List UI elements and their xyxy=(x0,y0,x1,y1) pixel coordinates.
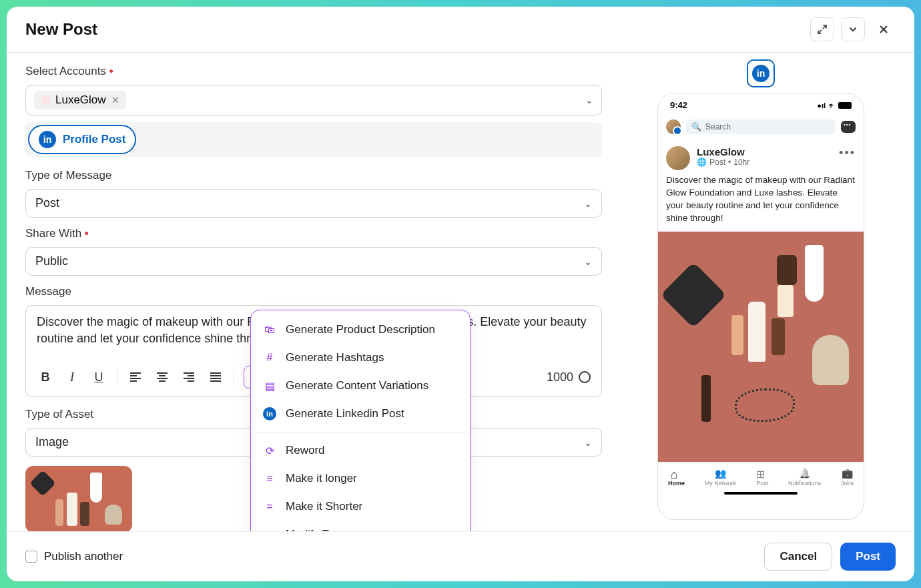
share-with-label: Share With xyxy=(25,227,602,240)
search-input[interactable]: 🔍 Search xyxy=(686,119,836,134)
bold-button[interactable]: B xyxy=(37,368,54,386)
linkedin-icon: in xyxy=(263,407,276,420)
ai-assist-menu: 🛍 Generate Product Description # Generat… xyxy=(250,310,471,531)
chevron-down-icon: ⌄ xyxy=(584,198,592,209)
italic-button[interactable]: I xyxy=(63,368,81,386)
accounts-label: Select Accounts xyxy=(25,65,602,78)
separator xyxy=(234,370,234,384)
close-icon xyxy=(877,23,890,36)
align-justify-button[interactable] xyxy=(207,368,224,386)
status-icons: ●ıl ᯤ xyxy=(817,100,852,110)
accounts-select[interactable]: LuxeGlow ✕ ⌄ xyxy=(25,85,602,115)
linkedin-icon: in xyxy=(39,131,56,148)
chevron-down-icon: ⌄ xyxy=(584,437,592,448)
ai-reword[interactable]: ⟳ Reword xyxy=(251,436,470,465)
post-meta: 🌐 Post • 10hr xyxy=(697,158,749,167)
messages-icon[interactable] xyxy=(841,121,856,133)
cancel-button[interactable]: Cancel xyxy=(764,543,832,571)
chevron-right-icon: › xyxy=(454,529,458,531)
ai-generate-linkedin-post[interactable]: in Generate Linkedin Post xyxy=(251,400,470,428)
preview-panel: in 9:42 ●ıl ᯤ 🔍 xyxy=(621,53,914,531)
post-button[interactable]: Post xyxy=(840,543,896,571)
post-options-icon[interactable]: ••• xyxy=(839,146,856,160)
align-center-button[interactable] xyxy=(154,368,171,386)
home-icon xyxy=(670,468,682,479)
account-avatar-icon xyxy=(41,95,50,105)
post-text: Discover the magic of makeup with our Ra… xyxy=(658,174,864,232)
share-with-select[interactable]: Public ⌄ xyxy=(25,247,602,276)
smile-icon: ☺ xyxy=(263,528,276,531)
phone-status-bar: 9:42 ●ıl ᯤ xyxy=(658,93,864,117)
ai-make-longer[interactable]: ≡ Make it longer xyxy=(251,465,470,493)
char-limit-icon xyxy=(579,371,591,383)
wifi-icon: ᯤ xyxy=(828,101,836,109)
bag-icon: 🛍 xyxy=(263,323,276,336)
nav-jobs[interactable]: Jobs xyxy=(841,468,854,487)
ai-modify-tone[interactable]: ☺ Modify Tone › xyxy=(251,521,470,531)
avatar xyxy=(666,146,690,170)
modal-footer: Publish another Cancel Post xyxy=(7,531,914,581)
list-icon: ▤ xyxy=(263,379,276,392)
post-image xyxy=(658,232,864,462)
linkedin-icon: in xyxy=(752,65,770,82)
chevron-down-icon: ⌄ xyxy=(584,256,592,267)
battery-icon xyxy=(838,102,852,109)
remove-chip-icon[interactable]: ✕ xyxy=(111,95,119,105)
nav-notifications[interactable]: Notifications xyxy=(788,468,821,487)
post-icon xyxy=(756,468,768,479)
globe-icon: 🌐 xyxy=(697,158,707,167)
expand-lines-icon: ≡ xyxy=(263,472,276,485)
preview-platform-linkedin[interactable]: in xyxy=(747,59,775,87)
nav-home[interactable]: Home xyxy=(668,468,685,487)
nav-network[interactable]: My Network xyxy=(705,468,737,487)
form-panel: Select Accounts LuxeGlow ✕ ⌄ in Profile … xyxy=(7,53,621,531)
network-icon xyxy=(715,468,727,479)
briefcase-icon xyxy=(842,468,854,479)
phone-nav: Home My Network Post Notifications xyxy=(658,462,864,489)
phone-preview: 9:42 ●ıl ᯤ 🔍 Search xyxy=(657,93,864,520)
expand-icon xyxy=(816,23,828,35)
collapse-lines-icon: = xyxy=(263,500,276,513)
signal-icon: ●ıl xyxy=(817,101,826,109)
modal-header: New Post xyxy=(7,7,914,53)
collapse-button[interactable] xyxy=(841,17,865,41)
separator xyxy=(117,370,117,384)
message-label: Message xyxy=(25,285,602,298)
type-of-message-select[interactable]: Post ⌄ xyxy=(25,189,602,218)
profile-post-badge[interactable]: in Profile Post xyxy=(28,125,136,154)
hashtag-icon: # xyxy=(263,351,276,364)
expand-button[interactable] xyxy=(810,17,834,41)
ai-generate-content-variations[interactable]: ▤ Generate Content Variations xyxy=(251,372,470,400)
account-chip[interactable]: LuxeGlow ✕ xyxy=(34,91,126,109)
search-icon: 🔍 xyxy=(691,122,701,131)
home-indicator xyxy=(724,492,798,495)
new-post-modal: New Post Select Accounts LuxeGlow ✕ ⌄ xyxy=(7,7,914,581)
ai-make-shorter[interactable]: = Make it Shorter xyxy=(251,493,470,521)
type-of-message-label: Type of Message xyxy=(25,169,602,182)
underline-button[interactable]: U xyxy=(90,368,107,386)
char-count: 1000 xyxy=(547,370,591,384)
align-left-button[interactable] xyxy=(127,368,144,386)
asset-thumbnail[interactable] xyxy=(25,466,132,531)
ai-generate-product-description[interactable]: 🛍 Generate Product Description xyxy=(251,316,470,344)
publish-another-checkbox[interactable]: Publish another xyxy=(25,550,123,563)
modal-title: New Post xyxy=(25,20,97,39)
bell-icon xyxy=(799,468,811,479)
chevron-down-icon xyxy=(847,23,859,35)
align-right-button[interactable] xyxy=(180,368,198,386)
nav-post[interactable]: Post xyxy=(756,468,768,487)
chevron-down-icon: ⌄ xyxy=(585,95,593,105)
post-author: LuxeGlow xyxy=(697,146,749,158)
close-button[interactable] xyxy=(872,17,896,41)
avatar[interactable] xyxy=(666,119,681,134)
refresh-icon: ⟳ xyxy=(263,444,276,457)
checkbox-icon xyxy=(25,551,37,563)
ai-generate-hashtags[interactable]: # Generate Hashtags xyxy=(251,344,470,372)
